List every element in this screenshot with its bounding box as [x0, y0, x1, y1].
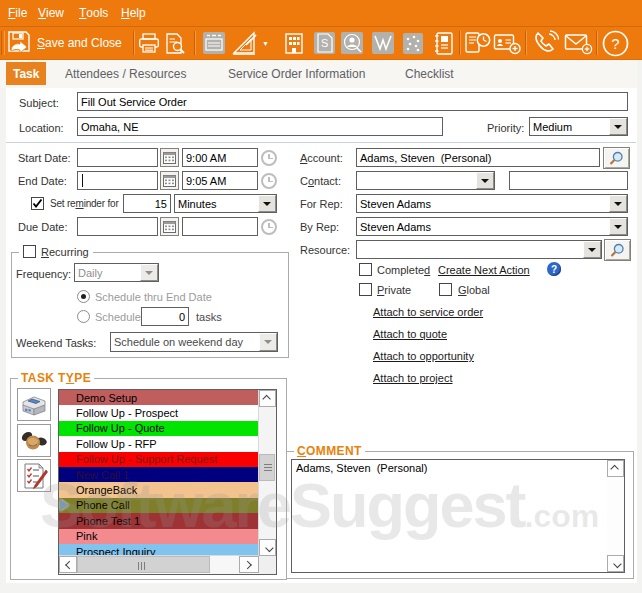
cash-register-icon — [202, 31, 226, 55]
notebook-button[interactable] — [431, 29, 456, 57]
print-button[interactable] — [137, 29, 161, 57]
priority-dropdown-arrow[interactable] — [609, 118, 627, 135]
global-checkbox[interactable] — [439, 283, 452, 296]
reminder-value-input[interactable]: 15 — [123, 194, 171, 213]
new-contact-card-icon — [493, 31, 521, 55]
task-type-item[interactable]: OrangeBack — [59, 482, 259, 497]
resource-select[interactable] — [356, 240, 602, 259]
help-button[interactable]: ? — [601, 29, 629, 57]
end-date-calendar-button[interactable] — [160, 171, 179, 190]
schedule-n-tasks-input[interactable]: 0 — [141, 307, 189, 326]
menu-tools[interactable]: Tools — [79, 0, 108, 26]
comment-textarea[interactable]: Adams, Steven (Personal) — [291, 459, 625, 573]
set-square-dropdown-arrow[interactable]: ▾ — [263, 39, 267, 48]
for-rep-select[interactable]: Steven Adams — [356, 194, 628, 213]
tab-task[interactable]: Task — [6, 62, 46, 85]
tasks-suffix-label: tasks — [196, 311, 222, 323]
tab-service-order-information[interactable]: Service Order Information — [228, 62, 365, 85]
for-rep-dropdown-arrow[interactable] — [609, 195, 627, 212]
fax-machine-button[interactable] — [17, 388, 51, 421]
contact-dropdown-arrow[interactable] — [476, 172, 494, 189]
attach-to-quote-link[interactable]: Attach to quote — [373, 328, 447, 340]
create-next-action-link[interactable]: Create Next Action — [438, 264, 530, 276]
menu-file[interactable]: File — [8, 0, 27, 26]
calendar-icon — [163, 174, 176, 187]
due-time-input[interactable] — [182, 217, 258, 236]
journal-clock-button[interactable] — [464, 29, 491, 57]
task-type-item[interactable]: Demo Setup — [59, 390, 259, 405]
scroll-down-button[interactable] — [259, 539, 276, 556]
task-type-item[interactable]: New Call 1 — [59, 467, 259, 482]
private-checkbox[interactable] — [359, 283, 372, 296]
handshake-button[interactable] — [17, 424, 51, 457]
by-rep-select[interactable]: Steven Adams — [356, 217, 628, 236]
resource-dropdown-arrow[interactable] — [583, 241, 601, 258]
priority-select[interactable]: Medium — [529, 117, 628, 136]
end-time-input[interactable]: 9:05 AM — [182, 171, 258, 190]
due-date-input[interactable] — [77, 217, 158, 236]
recurring-checkbox[interactable] — [23, 245, 36, 258]
due-time-clock-icon — [261, 219, 277, 235]
new-contact-card-button[interactable] — [492, 29, 522, 57]
comment-vertical-scrollbar[interactable] — [607, 460, 624, 572]
task-type-item[interactable]: Follow Up - RFP — [59, 436, 259, 451]
task-type-item[interactable]: Follow Up - Prospect — [59, 405, 259, 420]
menu-view[interactable]: View — [38, 0, 64, 26]
task-type-item[interactable]: Follow Up - Quote — [59, 421, 259, 436]
activity-chart-icon — [371, 31, 395, 55]
location-input[interactable]: Omaha, NE — [77, 117, 443, 136]
set-reminder-checkbox[interactable] — [31, 197, 44, 210]
scroll-down-button[interactable] — [607, 555, 624, 572]
menu-help[interactable]: Help — [121, 0, 146, 26]
vertical-scroll-thumb[interactable] — [259, 454, 275, 481]
due-date-calendar-button[interactable] — [160, 217, 179, 236]
contact-input[interactable] — [509, 171, 628, 190]
toolbar-grip[interactable] — [1, 31, 5, 55]
end-date-input[interactable] — [77, 171, 158, 190]
scroll-left-button[interactable] — [59, 556, 77, 573]
scroll-up-button[interactable] — [607, 460, 624, 477]
scroll-up-button[interactable] — [259, 390, 276, 407]
reminder-unit-select[interactable]: Minutes — [174, 194, 277, 213]
subject-input[interactable]: Fill Out Service Order — [77, 92, 628, 111]
task-type-vertical-scrollbar[interactable] — [258, 390, 276, 556]
schedule-n-tasks-radio[interactable] — [77, 310, 90, 323]
company-button[interactable] — [281, 29, 307, 57]
scroll-right-button[interactable] — [239, 556, 259, 573]
completed-checkbox[interactable] — [359, 263, 372, 276]
by-rep-dropdown-arrow[interactable] — [609, 218, 627, 235]
print-preview-button[interactable] — [162, 29, 188, 57]
opportunity-dots-button-disabled — [401, 29, 425, 57]
reminder-unit-dropdown-arrow[interactable] — [258, 195, 276, 212]
account-lookup-button[interactable] — [603, 147, 630, 169]
task-type-item[interactable]: Pink — [59, 529, 259, 544]
attach-to-service-order-link[interactable]: Attach to service order — [373, 306, 483, 318]
phone-button[interactable] — [531, 29, 561, 57]
account-input[interactable]: Adams, Steven (Personal) — [356, 148, 600, 167]
print-icon — [138, 33, 160, 53]
start-time-input[interactable]: 9:00 AM — [182, 148, 258, 167]
contact-select[interactable] — [356, 171, 495, 190]
task-type-item[interactable]: Phone Test 1 — [59, 513, 259, 528]
start-date-input[interactable] — [77, 148, 158, 167]
end-time-clock-icon — [261, 173, 277, 189]
toolbar-separator — [525, 31, 527, 55]
send-email-button[interactable] — [563, 29, 593, 57]
save-and-close-button[interactable]: Save and Close — [7, 28, 122, 58]
horizontal-scroll-thumb[interactable] — [77, 556, 210, 573]
tab-checklist[interactable]: Checklist — [405, 62, 454, 85]
task-type-listbox: Demo Setup Follow Up - Prospect Follow U… — [58, 389, 277, 575]
resource-lookup-button[interactable] — [604, 239, 631, 261]
task-type-item-selected[interactable]: Phone Call — [59, 498, 259, 513]
reminder-help-icon[interactable]: ? — [547, 262, 561, 276]
task-type-item[interactable]: Follow Up - Support Request — [59, 452, 259, 467]
schedule-thru-end-date-radio[interactable] — [77, 290, 90, 303]
task-type-horizontal-scrollbar[interactable] — [59, 555, 259, 574]
scrollbar-corner — [259, 556, 276, 574]
attach-to-opportunity-link[interactable]: Attach to opportunity — [373, 350, 474, 362]
checklist-button[interactable] — [17, 459, 51, 492]
attach-to-project-link[interactable]: Attach to project — [373, 372, 453, 384]
set-square-button[interactable]: ▾ — [230, 29, 270, 57]
tab-attendees-resources[interactable]: Attendees / Resources — [65, 62, 186, 85]
start-date-calendar-button[interactable] — [160, 148, 179, 167]
